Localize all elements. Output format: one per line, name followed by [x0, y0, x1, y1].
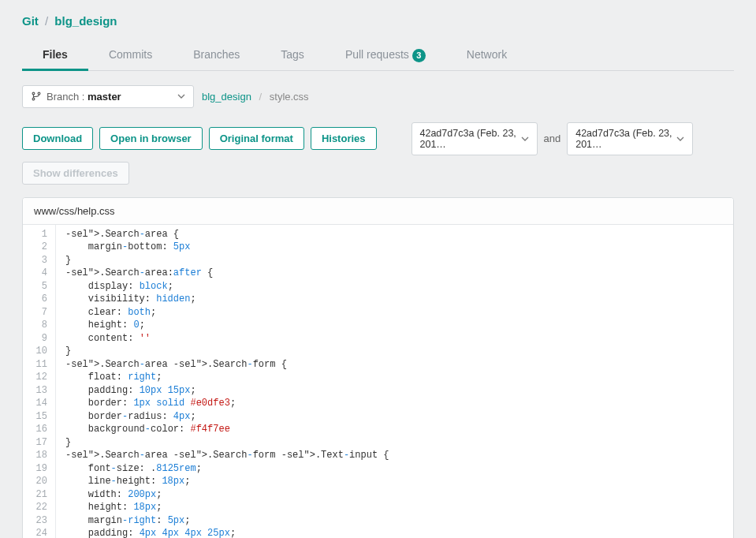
code-line: -sel">.Search-area { [65, 228, 733, 241]
file-header: www/css/help.css [23, 198, 733, 225]
svg-point-1 [32, 98, 35, 100]
histories-button[interactable]: Histories [311, 127, 377, 150]
line-gutter: 1234567891011121314151617181920212223242… [23, 225, 56, 538]
code-body: 1234567891011121314151617181920212223242… [23, 225, 733, 538]
chevron-down-icon [177, 92, 185, 100]
tab-tags[interactable]: Tags [260, 40, 325, 70]
breadcrumb-repo[interactable]: blg_design [54, 14, 117, 28]
show-differences-button[interactable]: Show differences [22, 162, 129, 185]
tab-files[interactable]: Files [22, 40, 88, 70]
tab-branches[interactable]: Branches [173, 40, 260, 70]
line-number: 16 [23, 423, 55, 436]
line-number: 14 [23, 397, 55, 410]
code-line: padding: 4px 4px 4px 25px; [65, 527, 733, 538]
original-format-button[interactable]: Original format [209, 127, 304, 150]
line-number: 9 [23, 332, 55, 346]
line-number: 17 [23, 436, 55, 450]
breadcrumb-sep: / [45, 14, 48, 28]
line-number: 22 [23, 501, 55, 514]
code-line: } [65, 436, 733, 450]
download-button[interactable]: Download [22, 127, 93, 150]
code-line: width: 200px; [65, 488, 733, 502]
line-number: 12 [23, 371, 55, 384]
line-number: 11 [23, 358, 55, 372]
code-line: margin-right: 5px; [65, 514, 733, 528]
branch-icon [31, 91, 42, 102]
compare-to-selector[interactable]: 42ad7d7c3a (Feb. 23, 201… [567, 122, 693, 155]
line-number: 7 [23, 306, 55, 319]
code-content: -sel">.Search-area { margin-bottom: 5px}… [56, 225, 733, 538]
code-line: content: '' [65, 332, 733, 346]
file-path: blg_design / style.css [202, 91, 309, 103]
line-number: 15 [23, 410, 55, 424]
code-line: } [65, 345, 733, 358]
line-number: 6 [23, 293, 55, 306]
open-in-browser-button[interactable]: Open in browser [99, 127, 203, 150]
code-line: background-color: #f4f7ee [65, 423, 733, 436]
tab-badge: 3 [412, 49, 426, 62]
svg-point-0 [32, 92, 35, 95]
line-number: 1 [23, 228, 55, 241]
line-number: 10 [23, 345, 55, 358]
repo-breadcrumb: Git / blg_design [22, 14, 734, 28]
line-number: 2 [23, 241, 55, 254]
tab-pull-requests[interactable]: Pull requests3 [325, 40, 446, 70]
code-line: clear: both; [65, 306, 733, 319]
chevron-down-icon [521, 135, 529, 143]
code-line: font-size: .8125rem; [65, 462, 733, 476]
line-number: 18 [23, 449, 55, 462]
line-number: 21 [23, 488, 55, 502]
line-number: 4 [23, 267, 55, 280]
code-line: display: block; [65, 280, 733, 293]
code-line: line-height: 18px; [65, 475, 733, 488]
path-dir[interactable]: blg_design [202, 91, 251, 103]
code-line: -sel">.Search-area -sel">.Search-form -s… [65, 449, 733, 462]
code-line: -sel">.Search-area:after { [65, 267, 733, 280]
path-sep: / [259, 91, 263, 103]
line-number: 5 [23, 280, 55, 293]
code-line: -sel">.Search-area -sel">.Search-form { [65, 358, 733, 372]
line-number: 24 [23, 527, 55, 538]
path-file: style.css [270, 91, 309, 103]
line-number: 20 [23, 475, 55, 488]
repo-tabs: FilesCommitsBranchesTagsPull requests3Ne… [22, 40, 734, 71]
line-number: 19 [23, 462, 55, 476]
chevron-down-icon [676, 135, 684, 143]
svg-point-2 [38, 92, 40, 95]
file-panel: www/css/help.css 12345678910111213141516… [22, 197, 734, 538]
compare-from-label: 42ad7d7c3a (Feb. 23, 201… [420, 128, 521, 150]
code-line: height: 18px; [65, 501, 733, 514]
compare-from-selector[interactable]: 42ad7d7c3a (Feb. 23, 201… [412, 122, 538, 155]
line-number: 13 [23, 384, 55, 398]
code-line: padding: 10px 15px; [65, 384, 733, 398]
code-line: margin-bottom: 5px [65, 241, 733, 254]
tab-network[interactable]: Network [446, 40, 527, 70]
code-line: height: 0; [65, 319, 733, 332]
code-line: border: 1px solid #e0dfe3; [65, 397, 733, 410]
code-line: border-radius: 4px; [65, 410, 733, 424]
code-line: } [65, 254, 733, 267]
code-line: float: right; [65, 371, 733, 384]
line-number: 23 [23, 514, 55, 528]
compare-to-label: 42ad7d7c3a (Feb. 23, 201… [575, 128, 676, 150]
compare-and-label: and [544, 133, 561, 144]
code-line: visibility: hidden; [65, 293, 733, 306]
line-number: 8 [23, 319, 55, 332]
breadcrumb-root[interactable]: Git [22, 14, 39, 28]
branch-selector[interactable]: Branch : master [22, 85, 194, 108]
branch-label: Branch : master [47, 91, 121, 103]
line-number: 3 [23, 254, 55, 267]
tab-commits[interactable]: Commits [88, 40, 173, 70]
